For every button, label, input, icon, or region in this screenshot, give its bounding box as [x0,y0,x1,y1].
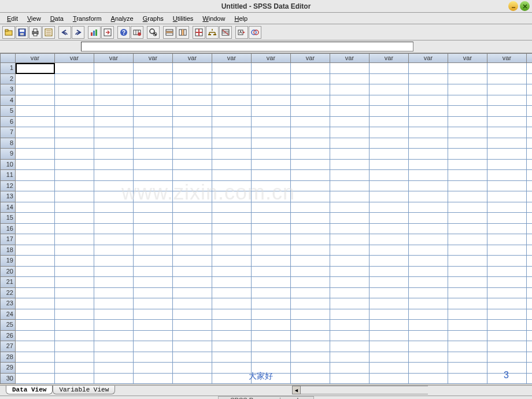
row-header[interactable]: 24 [0,309,16,320]
cell[interactable] [370,352,409,363]
cell[interactable] [527,320,532,331]
column-header[interactable]: var [527,53,532,63]
cell[interactable] [291,277,330,288]
cell[interactable] [330,256,370,267]
cell[interactable] [252,288,291,299]
cell[interactable] [16,234,55,245]
cell[interactable] [212,234,252,245]
cell[interactable] [252,267,291,278]
cell[interactable] [173,191,212,202]
cell[interactable] [291,245,330,256]
cell[interactable] [527,363,532,374]
cell[interactable] [370,341,409,352]
cell[interactable] [134,170,173,181]
cell[interactable] [173,170,212,181]
cell[interactable] [55,288,94,299]
cell[interactable] [527,84,532,95]
cell[interactable] [55,320,94,331]
cell[interactable] [134,191,173,202]
cell[interactable] [212,84,252,95]
cell[interactable] [527,149,532,160]
close-button[interactable] [520,1,530,11]
cell[interactable] [370,138,409,149]
cell[interactable] [252,341,291,352]
cell[interactable] [212,149,252,160]
cell[interactable] [134,352,173,363]
cell[interactable] [330,363,370,374]
cell[interactable] [487,117,527,128]
cell[interactable] [55,117,94,128]
cell[interactable] [134,224,173,235]
data-grid[interactable]: www.zixin.com.cn 大家好 3 varvarvarvarvarva… [0,53,532,385]
cell[interactable] [94,74,134,85]
cell[interactable] [487,181,527,192]
cell[interactable] [173,138,212,149]
cell[interactable] [409,191,448,202]
cell[interactable] [134,149,173,160]
recent-button[interactable] [42,26,55,39]
cell[interactable] [55,160,94,171]
cell[interactable] [527,181,532,192]
cell[interactable] [252,149,291,160]
cell[interactable] [487,95,527,106]
cell[interactable] [16,320,55,331]
cell[interactable] [409,84,448,95]
cell[interactable] [330,191,370,202]
cell[interactable] [527,374,532,385]
cell[interactable] [55,352,94,363]
column-header[interactable]: var [55,53,94,63]
cell[interactable] [291,191,330,202]
cell[interactable] [55,95,94,106]
cell[interactable] [173,288,212,299]
cell[interactable] [212,117,252,128]
column-header[interactable]: var [94,53,134,63]
cell[interactable] [55,341,94,352]
cell[interactable] [212,309,252,320]
row-header[interactable]: 6 [0,117,16,128]
cell[interactable] [94,374,134,385]
cell[interactable] [409,267,448,278]
cell[interactable] [330,213,370,224]
cell[interactable] [16,288,55,299]
cell[interactable] [212,63,252,74]
value-labels-button[interactable]: A [235,26,248,39]
cell[interactable] [252,84,291,95]
cell[interactable] [527,341,532,352]
cell[interactable] [252,320,291,331]
cell[interactable] [330,181,370,192]
cell[interactable] [94,298,134,309]
cell[interactable] [370,277,409,288]
cell[interactable] [330,117,370,128]
cell[interactable] [55,245,94,256]
cell[interactable] [448,84,487,95]
cell[interactable] [134,341,173,352]
cell[interactable] [212,245,252,256]
cell[interactable] [409,277,448,288]
cell[interactable] [252,63,291,74]
cell[interactable] [252,160,291,171]
cell[interactable] [173,374,212,385]
cell[interactable] [291,181,330,192]
sets-button[interactable] [249,26,261,39]
cell[interactable] [94,202,134,213]
cell[interactable] [134,234,173,245]
cell[interactable] [448,245,487,256]
cell[interactable] [252,352,291,363]
cell[interactable] [291,267,330,278]
cell[interactable] [330,267,370,278]
cell[interactable] [55,138,94,149]
cell[interactable] [409,309,448,320]
cell[interactable] [55,277,94,288]
cell[interactable] [448,170,487,181]
cell[interactable] [487,309,527,320]
cell[interactable] [55,234,94,245]
cell[interactable] [16,256,55,267]
cell[interactable] [487,267,527,278]
cell[interactable] [94,224,134,235]
cell[interactable] [370,309,409,320]
cell[interactable] [55,63,94,74]
row-header[interactable]: 1 [0,63,16,74]
cell[interactable] [134,267,173,278]
cell[interactable] [212,181,252,192]
cell[interactable] [330,331,370,342]
